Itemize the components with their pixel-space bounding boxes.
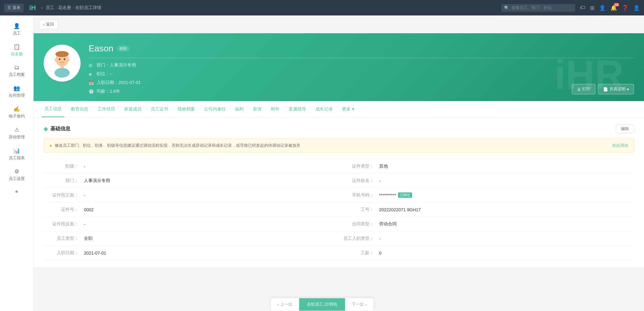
account-icon[interactable]: 👤 xyxy=(633,5,640,11)
search-box[interactable]: 🔍 xyxy=(501,4,575,12)
tab-education[interactable]: 教育信息 xyxy=(68,101,91,117)
tab-salary[interactable]: 薪资 xyxy=(250,101,264,117)
notification-icon[interactable]: 🔔 18 xyxy=(610,5,617,11)
pagination-bar: ‹ 上一位 在职员工 (2/359) 下一位 › xyxy=(270,298,374,311)
section-title-text: 基础信息 xyxy=(50,126,70,132)
user-icon[interactable]: 👤 xyxy=(599,5,606,11)
print-label: 打印 xyxy=(582,86,590,92)
next-icon: › xyxy=(365,302,366,307)
employee-icon: 👤 xyxy=(13,23,20,29)
sidebar-item-anomaly[interactable]: ⚠ 异动管理 xyxy=(2,123,31,143)
svg-point-5 xyxy=(68,59,69,61)
field-join-date-value: 2021-07-01 xyxy=(84,251,106,256)
section-title: ◈ 基础信息 编辑 xyxy=(44,124,634,133)
field-id-back: 证件照反面： - xyxy=(44,217,339,231)
tab-concurrent[interactable]: 公司内兼任 xyxy=(201,101,229,117)
field-seniority-label: 工龄： xyxy=(339,250,379,256)
field-id-back-label: 证件照反面： xyxy=(44,221,84,227)
print-icon: 🖨 xyxy=(577,87,581,92)
tab-growth[interactable]: 成长记录 xyxy=(313,101,336,117)
search-icon: 🔍 xyxy=(504,5,509,10)
sidebar-bottom[interactable]: ≡ xyxy=(0,186,33,197)
section-icon: ◈ xyxy=(44,126,48,132)
grid-icon[interactable]: ⊞ xyxy=(590,5,594,11)
status-badge: 在职 xyxy=(117,45,130,52)
tab-performance[interactable]: 绩效档案 xyxy=(175,101,198,117)
profile-header: Eason 在职 ⊞ 部门：人事演示专用 ◈ 职位：-- 📅 入职日期 xyxy=(34,33,644,101)
meta-join-date: 📅 入职日期：2021-07-01 xyxy=(89,80,634,86)
archive-icon: 🗂 xyxy=(14,64,19,71)
info-grid: 职级： - 部门： 人事演示专用 证件照正面： - 证件号： xyxy=(44,159,634,260)
help-icon[interactable]: ❓ xyxy=(622,5,629,11)
print-button[interactable]: 🖨 打印 xyxy=(572,84,595,94)
tab-employee-info[interactable]: 员工信息 xyxy=(42,101,64,117)
nav-back-arrow[interactable]: ‹ xyxy=(41,5,43,10)
edit-button[interactable]: 编辑 xyxy=(616,124,634,133)
tab-attachment[interactable]: 附件 xyxy=(268,101,282,117)
flag-icon[interactable]: 🏷 xyxy=(580,5,585,11)
sidebar-item-esign[interactable]: ✍ 电子签约 xyxy=(2,102,31,123)
field-id-name: 证件姓名： - xyxy=(339,174,634,188)
profile-name-row: Eason 在职 xyxy=(89,43,634,54)
sidebar-item-archive[interactable]: 🗂 员工档案 xyxy=(2,61,31,81)
notification-badge: 18 xyxy=(614,3,619,6)
profile-info: Eason 在职 ⊞ 部门：人事演示专用 ◈ 职位：-- 📅 入职日期 xyxy=(89,41,634,94)
sidebar-item-roster[interactable]: 📋 花名册 xyxy=(2,40,31,60)
avatar-illustration xyxy=(47,48,77,78)
tab-leader[interactable]: 直属领导 xyxy=(286,101,309,117)
next-employee-button[interactable]: 下一位 › xyxy=(345,298,373,311)
profile-divider xyxy=(89,58,634,58)
field-rank-value: - xyxy=(84,164,85,169)
top-nav-right: 🔍 🏷 ⊞ 👤 🔔 18 ❓ 👤 xyxy=(501,4,640,12)
svg-point-2 xyxy=(59,58,61,60)
main-content: ‹ 返回 xyxy=(34,15,644,311)
field-rank: 职级： - xyxy=(44,159,339,174)
cert-icon: 📄 xyxy=(603,87,608,92)
current-label: 在职员工 (2/359) xyxy=(307,302,337,307)
meta-position-text: 职位：-- xyxy=(97,71,113,77)
profile-meta: ⊞ 部门：人事演示专用 ◈ 职位：-- 📅 入职日期：2021-07-01 🕐 … xyxy=(89,62,634,94)
field-employee-number: 工号： 20222022071 9GH17 xyxy=(339,203,634,217)
menu-button[interactable]: ☰ 菜单 xyxy=(4,4,24,12)
position-icon: ◈ xyxy=(89,72,94,77)
search-input[interactable] xyxy=(511,5,573,10)
field-seniority: 工龄： 0 xyxy=(339,246,634,260)
prev-employee-button[interactable]: ‹ 上一位 xyxy=(271,298,299,311)
tab-work-history[interactable]: 工作经历 xyxy=(95,101,118,117)
field-id-name-label: 证件姓名： xyxy=(339,178,379,184)
sidebar-label-report: 员工报表 xyxy=(9,155,25,161)
initiate-transfer-link[interactable]: 发起调动 xyxy=(612,143,628,148)
sidebar-label-settings: 员工设置 xyxy=(9,176,25,182)
breadcrumb-item-1[interactable]: 员工 xyxy=(46,5,54,11)
field-id-back-value: - xyxy=(84,222,85,227)
tab-family[interactable]: 家庭成员 xyxy=(121,101,144,117)
sidebar-item-contract[interactable]: 👥 合同管理 xyxy=(2,82,31,102)
tab-welfare[interactable]: 福利 xyxy=(232,101,246,117)
sidebar-label-employee: 员工 xyxy=(13,31,21,36)
field-id-number-label: 证件号： xyxy=(44,207,84,213)
sidebar-collapse-icon: ≡ xyxy=(15,189,18,194)
report-icon: 📊 xyxy=(13,147,20,154)
back-icon: ‹ xyxy=(43,22,45,27)
tab-more[interactable]: 更多 ▾ xyxy=(339,101,357,117)
esign-icon: ✍ xyxy=(13,106,20,112)
svg-point-3 xyxy=(64,58,65,60)
sidebar-label-esign: 电子签约 xyxy=(9,114,25,119)
breadcrumb-item-2[interactable]: 花名册 xyxy=(58,5,71,11)
breadcrumb: 员工 / 花名册 / 在职员工详情 xyxy=(46,5,101,11)
sidebar-item-report[interactable]: 📊 员工报表 xyxy=(2,144,31,164)
tab-certificate[interactable]: 员工证书 xyxy=(148,101,171,117)
sidebar-item-employee[interactable]: 👤 员工 xyxy=(2,19,31,40)
field-department-value: 人事演示专用 xyxy=(84,178,110,184)
cert-label: 开具证明 xyxy=(609,86,626,92)
field-id-type: 证件类型： 其他 xyxy=(339,159,634,174)
field-entry-type-value: - xyxy=(379,236,381,241)
breadcrumb-item-3: 在职员工详情 xyxy=(75,5,101,11)
field-contract-type-value: 劳动合同 xyxy=(379,221,397,227)
top-nav: ☰ 菜单 iH ‹ 员工 / 花名册 / 在职员工详情 🔍 🏷 ⊞ 👤 🔔 18… xyxy=(0,0,644,15)
prev-label: 上一位 xyxy=(280,302,292,307)
back-button[interactable]: ‹ 返回 xyxy=(39,19,58,29)
cert-button[interactable]: 📄 开具证明 ▾ xyxy=(598,84,634,94)
sidebar-item-settings[interactable]: ⚙ 员工设置 xyxy=(2,165,31,185)
breadcrumb-sep-1: / xyxy=(56,5,57,10)
